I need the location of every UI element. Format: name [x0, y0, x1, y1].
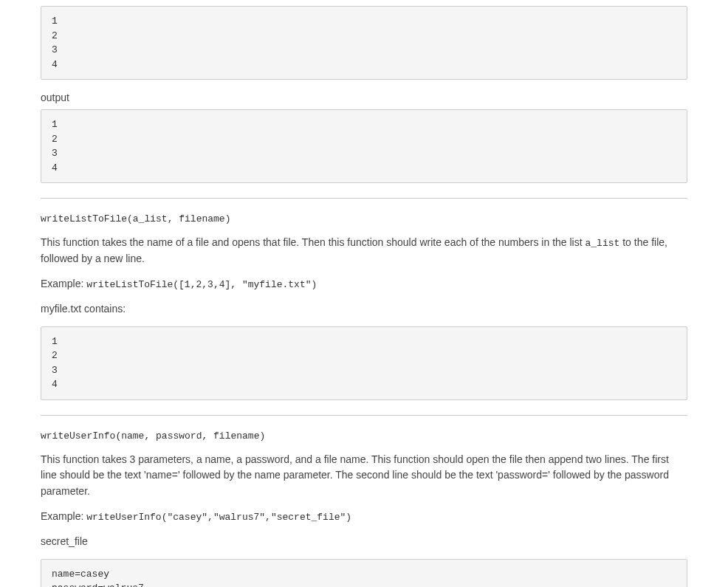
output-label: output — [41, 92, 687, 103]
example1-writeuser: Example: writeUserInfo("casey","walrus7"… — [41, 509, 687, 525]
description-writeuser: This function takes 3 parameters, a name… — [41, 452, 687, 500]
desc-pre: This function takes the name of a file a… — [41, 236, 586, 248]
divider-1 — [41, 198, 687, 199]
inline-code-alist: a_list — [586, 238, 620, 249]
code-block-top-2: 1 2 3 4 — [41, 109, 687, 183]
example1-label: Example: — [41, 510, 86, 522]
example1-code: writeUserInfo("casey","walrus7","secret_… — [86, 512, 351, 523]
function-signature-writeuser: writeUserInfo(name, password, filename) — [41, 430, 687, 442]
description-writelist: This function takes the name of a file a… — [41, 235, 687, 267]
example-label: Example: — [41, 278, 86, 289]
example-writelist: Example: writeListToFile([1,2,3,4], "myf… — [41, 276, 687, 292]
contains-label: myfile.txt contains: — [41, 301, 687, 317]
divider-2 — [41, 415, 687, 416]
document-container: 1 2 3 4 output 1 2 3 4 writeListToFile(a… — [0, 6, 728, 587]
example-code-writelist: writeListToFile([1,2,3,4], "myfile.txt") — [86, 279, 317, 290]
code-block-top-1: 1 2 3 4 — [41, 6, 687, 80]
file1-label: secret_file — [41, 534, 687, 550]
code-block-writelist: 1 2 3 4 — [41, 326, 687, 400]
code-block-writeuser-1: name=casey password=walrus7 — [41, 559, 687, 587]
function-signature-writelist: writeListToFile(a_list, filename) — [41, 213, 687, 224]
